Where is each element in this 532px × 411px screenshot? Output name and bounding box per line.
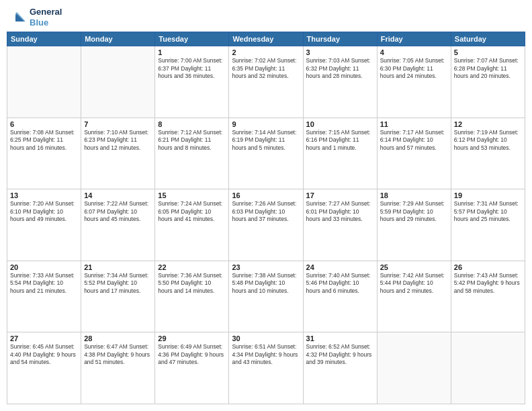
calendar-cell: 10Sunrise: 7:15 AM Sunset: 6:16 PM Dayli… <box>303 118 377 189</box>
calendar-week-1: 6Sunrise: 7:08 AM Sunset: 6:25 PM Daylig… <box>7 118 525 189</box>
calendar-cell <box>7 46 81 118</box>
day-info: Sunrise: 7:05 AM Sunset: 6:30 PM Dayligh… <box>380 57 448 80</box>
day-number: 18 <box>380 191 448 199</box>
day-info: Sunrise: 7:24 AM Sunset: 6:05 PM Dayligh… <box>158 200 226 223</box>
calendar-week-0: 1Sunrise: 7:00 AM Sunset: 6:37 PM Daylig… <box>7 46 525 118</box>
day-info: Sunrise: 7:15 AM Sunset: 6:16 PM Dayligh… <box>306 129 374 152</box>
day-number: 20 <box>10 263 78 271</box>
calendar-cell: 22Sunrise: 7:36 AM Sunset: 5:50 PM Dayli… <box>155 261 229 332</box>
day-info: Sunrise: 7:36 AM Sunset: 5:50 PM Dayligh… <box>158 272 226 295</box>
calendar-cell: 12Sunrise: 7:19 AM Sunset: 6:12 PM Dayli… <box>451 118 525 189</box>
day-info: Sunrise: 7:42 AM Sunset: 5:44 PM Dayligh… <box>380 272 448 295</box>
calendar-cell: 21Sunrise: 7:34 AM Sunset: 5:52 PM Dayli… <box>81 261 155 332</box>
day-info: Sunrise: 7:12 AM Sunset: 6:21 PM Dayligh… <box>158 129 226 152</box>
day-number: 28 <box>84 334 152 342</box>
day-header-wednesday: Wednesday <box>229 32 303 46</box>
day-info: Sunrise: 7:03 AM Sunset: 6:32 PM Dayligh… <box>306 57 374 80</box>
day-number: 1 <box>158 48 226 56</box>
day-number: 24 <box>306 263 374 271</box>
day-info: Sunrise: 7:26 AM Sunset: 6:03 PM Dayligh… <box>232 200 300 223</box>
calendar-header-row: SundayMondayTuesdayWednesdayThursdayFrid… <box>7 32 525 46</box>
calendar-cell: 7Sunrise: 7:10 AM Sunset: 6:23 PM Daylig… <box>81 118 155 189</box>
day-number: 26 <box>454 263 522 271</box>
day-info: Sunrise: 6:47 AM Sunset: 4:38 PM Dayligh… <box>84 343 152 366</box>
calendar-cell: 4Sunrise: 7:05 AM Sunset: 6:30 PM Daylig… <box>377 46 451 118</box>
calendar-cell: 11Sunrise: 7:17 AM Sunset: 6:14 PM Dayli… <box>377 118 451 189</box>
day-info: Sunrise: 7:19 AM Sunset: 6:12 PM Dayligh… <box>454 129 522 152</box>
day-number: 8 <box>158 120 226 128</box>
day-number: 22 <box>158 263 226 271</box>
day-info: Sunrise: 7:20 AM Sunset: 6:10 PM Dayligh… <box>10 200 78 223</box>
day-info: Sunrise: 7:10 AM Sunset: 6:23 PM Dayligh… <box>84 129 152 152</box>
calendar-cell: 20Sunrise: 7:33 AM Sunset: 5:54 PM Dayli… <box>7 261 81 332</box>
calendar-cell: 28Sunrise: 6:47 AM Sunset: 4:38 PM Dayli… <box>81 332 155 404</box>
page: General Blue SundayMondayTuesdayWednesda… <box>0 0 532 411</box>
day-info: Sunrise: 6:51 AM Sunset: 4:34 PM Dayligh… <box>232 343 300 366</box>
calendar-table: SundayMondayTuesdayWednesdayThursdayFrid… <box>7 32 525 404</box>
calendar-cell <box>377 332 451 404</box>
day-number: 9 <box>232 120 300 128</box>
day-info: Sunrise: 7:17 AM Sunset: 6:14 PM Dayligh… <box>380 129 448 152</box>
day-number: 29 <box>158 334 226 342</box>
day-header-sunday: Sunday <box>7 32 81 46</box>
day-info: Sunrise: 7:43 AM Sunset: 5:42 PM Dayligh… <box>454 272 522 295</box>
logo-icon <box>7 9 27 26</box>
logo: General Blue <box>7 7 62 28</box>
calendar-cell: 26Sunrise: 7:43 AM Sunset: 5:42 PM Dayli… <box>451 261 525 332</box>
day-header-friday: Friday <box>377 32 451 46</box>
day-info: Sunrise: 7:07 AM Sunset: 6:28 PM Dayligh… <box>454 57 522 80</box>
day-info: Sunrise: 7:29 AM Sunset: 5:59 PM Dayligh… <box>380 200 448 223</box>
day-number: 21 <box>84 263 152 271</box>
day-info: Sunrise: 6:45 AM Sunset: 4:40 PM Dayligh… <box>10 343 78 366</box>
calendar-cell: 1Sunrise: 7:00 AM Sunset: 6:37 PM Daylig… <box>155 46 229 118</box>
calendar-week-2: 13Sunrise: 7:20 AM Sunset: 6:10 PM Dayli… <box>7 189 525 261</box>
day-info: Sunrise: 7:08 AM Sunset: 6:25 PM Dayligh… <box>10 129 78 152</box>
svg-rect-3 <box>7 9 15 24</box>
day-info: Sunrise: 7:22 AM Sunset: 6:07 PM Dayligh… <box>84 200 152 223</box>
day-number: 2 <box>232 48 300 56</box>
day-number: 6 <box>10 120 78 128</box>
logo-line1: General <box>30 7 62 17</box>
calendar-week-4: 27Sunrise: 6:45 AM Sunset: 4:40 PM Dayli… <box>7 332 525 404</box>
calendar-cell: 29Sunrise: 6:49 AM Sunset: 4:36 PM Dayli… <box>155 332 229 404</box>
day-info: Sunrise: 7:14 AM Sunset: 6:19 PM Dayligh… <box>232 129 300 152</box>
calendar-cell: 13Sunrise: 7:20 AM Sunset: 6:10 PM Dayli… <box>7 189 81 261</box>
logo-line2: Blue <box>30 17 48 28</box>
calendar-cell: 23Sunrise: 7:38 AM Sunset: 5:48 PM Dayli… <box>229 261 303 332</box>
calendar-cell: 8Sunrise: 7:12 AM Sunset: 6:21 PM Daylig… <box>155 118 229 189</box>
day-number: 25 <box>380 263 448 271</box>
calendar-cell: 2Sunrise: 7:02 AM Sunset: 6:35 PM Daylig… <box>229 46 303 118</box>
day-info: Sunrise: 7:27 AM Sunset: 6:01 PM Dayligh… <box>306 200 374 223</box>
day-info: Sunrise: 7:00 AM Sunset: 6:37 PM Dayligh… <box>158 57 226 80</box>
calendar-cell: 25Sunrise: 7:42 AM Sunset: 5:44 PM Dayli… <box>377 261 451 332</box>
day-number: 5 <box>454 48 522 56</box>
day-number: 3 <box>306 48 374 56</box>
day-number: 14 <box>84 191 152 199</box>
day-info: Sunrise: 6:49 AM Sunset: 4:36 PM Dayligh… <box>158 343 226 366</box>
day-info: Sunrise: 6:52 AM Sunset: 4:32 PM Dayligh… <box>306 343 374 366</box>
day-header-tuesday: Tuesday <box>155 32 229 46</box>
logo-text: General Blue <box>30 7 62 28</box>
day-info: Sunrise: 7:38 AM Sunset: 5:48 PM Dayligh… <box>232 272 300 295</box>
calendar-cell: 31Sunrise: 6:52 AM Sunset: 4:32 PM Dayli… <box>303 332 377 404</box>
day-header-monday: Monday <box>81 32 155 46</box>
day-info: Sunrise: 7:40 AM Sunset: 5:46 PM Dayligh… <box>306 272 374 295</box>
calendar-cell: 14Sunrise: 7:22 AM Sunset: 6:07 PM Dayli… <box>81 189 155 261</box>
calendar-cell: 9Sunrise: 7:14 AM Sunset: 6:19 PM Daylig… <box>229 118 303 189</box>
day-number: 31 <box>306 334 374 342</box>
calendar-cell <box>451 332 525 404</box>
day-number: 19 <box>454 191 522 199</box>
day-info: Sunrise: 7:33 AM Sunset: 5:54 PM Dayligh… <box>10 272 78 295</box>
day-number: 11 <box>380 120 448 128</box>
calendar-cell: 18Sunrise: 7:29 AM Sunset: 5:59 PM Dayli… <box>377 189 451 261</box>
day-number: 15 <box>158 191 226 199</box>
day-number: 23 <box>232 263 300 271</box>
calendar-cell: 3Sunrise: 7:03 AM Sunset: 6:32 PM Daylig… <box>303 46 377 118</box>
calendar-cell: 24Sunrise: 7:40 AM Sunset: 5:46 PM Dayli… <box>303 261 377 332</box>
calendar-week-3: 20Sunrise: 7:33 AM Sunset: 5:54 PM Dayli… <box>7 261 525 332</box>
header: General Blue <box>7 7 525 28</box>
day-info: Sunrise: 7:02 AM Sunset: 6:35 PM Dayligh… <box>232 57 300 80</box>
calendar-cell: 16Sunrise: 7:26 AM Sunset: 6:03 PM Dayli… <box>229 189 303 261</box>
day-number: 12 <box>454 120 522 128</box>
calendar-cell: 6Sunrise: 7:08 AM Sunset: 6:25 PM Daylig… <box>7 118 81 189</box>
